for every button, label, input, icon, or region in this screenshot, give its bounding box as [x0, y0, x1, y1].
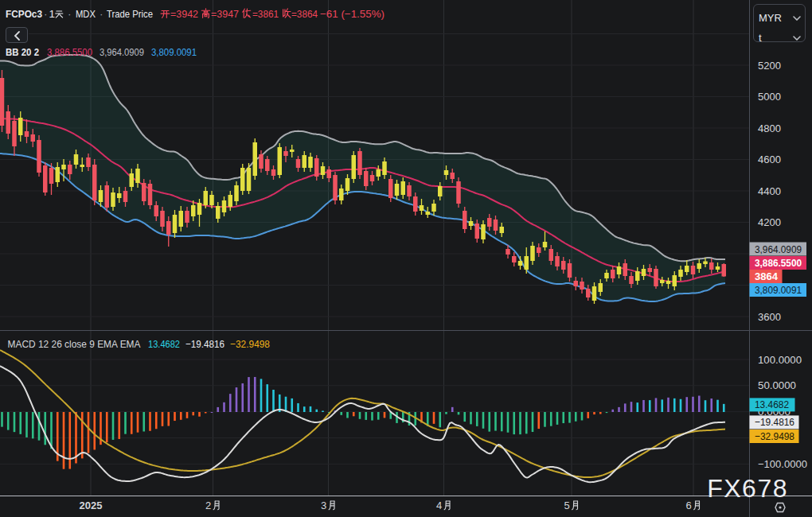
- svg-text:4: 4: [436, 500, 442, 511]
- svg-text:=3864: =3864: [291, 8, 318, 20]
- svg-text:5: 5: [564, 500, 570, 511]
- svg-text:−100.0000: −100.0000: [758, 458, 807, 470]
- svg-text:−32.9498: −32.9498: [755, 430, 794, 442]
- svg-text:3,886.5500: 3,886.5500: [755, 257, 802, 269]
- svg-text:·: ·: [44, 8, 48, 20]
- svg-text:3,809.0091: 3,809.0091: [151, 46, 197, 58]
- svg-text:4200: 4200: [758, 216, 781, 228]
- svg-text:FX678: FX678: [707, 474, 788, 503]
- svg-text:−19.4816: −19.4816: [185, 338, 224, 350]
- svg-text:−32.9498: −32.9498: [230, 338, 270, 350]
- svg-text:4800: 4800: [758, 122, 781, 134]
- svg-text:−61 (−1.55%): −61 (−1.55%): [320, 8, 385, 20]
- svg-text:3: 3: [321, 500, 326, 511]
- svg-text:5000: 5000: [758, 91, 781, 103]
- svg-text:3600: 3600: [758, 311, 781, 323]
- svg-text:13.4682: 13.4682: [755, 398, 789, 410]
- svg-text:=3947: =3947: [211, 8, 239, 20]
- svg-text:3,886.5500: 3,886.5500: [47, 46, 92, 58]
- svg-text:−19.4816: −19.4816: [755, 416, 794, 428]
- svg-text:5200: 5200: [758, 60, 781, 72]
- svg-text:13.4682: 13.4682: [148, 338, 180, 350]
- svg-text:4400: 4400: [758, 185, 781, 197]
- svg-text:·: ·: [68, 8, 72, 20]
- svg-text:4600: 4600: [758, 154, 781, 165]
- svg-text:6: 6: [686, 500, 692, 511]
- svg-text:FCPOc3: FCPOc3: [6, 8, 42, 20]
- svg-text:MDX: MDX: [76, 8, 96, 20]
- svg-text:3,809.0091: 3,809.0091: [755, 284, 802, 296]
- svg-text:2: 2: [205, 500, 211, 511]
- svg-text:3864: 3864: [755, 270, 779, 282]
- svg-text:MACD 12 26 close 9 EMA EMA: MACD 12 26 close 9 EMA EMA: [8, 338, 141, 350]
- svg-text:3,964.0909: 3,964.0909: [755, 243, 802, 255]
- svg-text:·: ·: [100, 8, 103, 20]
- svg-text:BB 20 2: BB 20 2: [6, 46, 39, 58]
- svg-text:2025: 2025: [80, 500, 103, 511]
- svg-text:3,964.0909: 3,964.0909: [100, 46, 144, 58]
- svg-text:Trade Price: Trade Price: [107, 8, 153, 20]
- svg-text:=3861: =3861: [252, 8, 279, 20]
- svg-text:100.0000: 100.0000: [758, 354, 802, 366]
- svg-text:1: 1: [49, 8, 56, 20]
- svg-text:=3942: =3942: [170, 8, 198, 20]
- svg-text:50.0000: 50.0000: [758, 379, 796, 391]
